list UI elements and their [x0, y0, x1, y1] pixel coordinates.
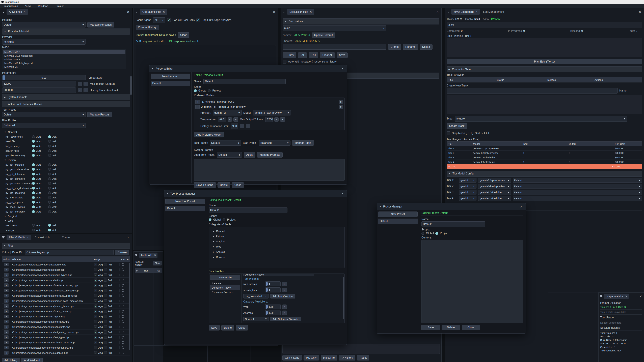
- auto-option[interactable]: Auto: [32, 145, 48, 147]
- discussions-section-header[interactable]: ▼ Discussions: [283, 18, 440, 24]
- dock-icon[interactable]: [135, 11, 138, 13]
- panel-close-icon[interactable]: ✕: [127, 236, 130, 239]
- new-tool-preset-button[interactable]: New Tool Preset: [165, 199, 205, 204]
- auto-option[interactable]: Auto: [32, 210, 48, 213]
- delete-tool-preset-button[interactable]: Delete: [221, 325, 234, 331]
- decrement-button[interactable]: -: [240, 124, 244, 128]
- tool-preset-titlebar[interactable]: ▼ Tool Preset Manager ✕: [164, 190, 347, 197]
- scope-project-radio[interactable]: [208, 89, 211, 92]
- agg-checkbox[interactable]: ✓: [94, 325, 97, 328]
- remove-weight-button[interactable]: x: [282, 288, 287, 292]
- panel-close-icon[interactable]: ✕: [436, 10, 440, 14]
- auto-option[interactable]: Auto: [32, 187, 48, 190]
- panel-close-icon[interactable]: ✕: [639, 10, 642, 14]
- weight-slider[interactable]: 4: [265, 287, 280, 293]
- close-icon[interactable]: ✕: [341, 67, 345, 70]
- full-checkbox[interactable]: [104, 320, 107, 323]
- close-icon[interactable]: ✕: [520, 205, 524, 209]
- ask-option[interactable]: Ask: [48, 140, 64, 143]
- radio-selected[interactable]: [48, 224, 51, 227]
- ask-option[interactable]: Ask: [48, 191, 64, 194]
- full-checkbox[interactable]: [104, 294, 107, 297]
- tab-discussion-hub[interactable]: Discussion Hub ✕: [287, 9, 314, 14]
- auto-option[interactable]: Auto: [32, 177, 48, 180]
- save-tool-preset-button[interactable]: Save: [209, 325, 220, 331]
- pe-tool-preset-dropdown[interactable]: Default▼: [210, 140, 241, 146]
- close-icon[interactable]: ✕: [154, 254, 156, 257]
- increment-button[interactable]: +: [234, 117, 238, 122]
- bias-profile-item[interactable]: Execution-Focused: [210, 290, 240, 294]
- scope-global-radio[interactable]: [422, 232, 424, 235]
- auto-option[interactable]: Auto: [32, 173, 48, 175]
- tab-comms-history[interactable]: Comms History: [136, 25, 159, 30]
- radio-selected[interactable]: [32, 168, 35, 171]
- radio-unselected[interactable]: [48, 191, 51, 194]
- tool-group-header[interactable]: ▼Surgical: [2, 214, 130, 218]
- entry-button[interactable]: + Entry: [283, 52, 296, 58]
- auto-option[interactable]: Auto: [32, 196, 48, 199]
- remove-file-button[interactable]: x: [4, 346, 8, 350]
- update-commit-button[interactable]: Update Commit: [312, 32, 335, 38]
- close-icon[interactable]: ✕: [163, 10, 165, 13]
- tier-bias-dropdown[interactable]: Default▼: [513, 190, 642, 195]
- remove-weight-button[interactable]: x: [282, 282, 287, 286]
- model-list-item[interactable]: MiniMax-M2.5: [3, 50, 126, 54]
- scope-project-radio[interactable]: [435, 232, 438, 235]
- create-track-button[interactable]: Create Track: [446, 123, 467, 129]
- ask-option[interactable]: Ask: [48, 163, 64, 166]
- epic-planning-input[interactable]: [446, 38, 642, 57]
- max-tokens-input[interactable]: 32000: [2, 81, 76, 86]
- radio-selected[interactable]: [32, 149, 35, 152]
- profile-name-input[interactable]: Discovery-Heavy: [243, 274, 314, 276]
- tier-bias-dropdown[interactable]: Default▼: [513, 178, 642, 183]
- full-checkbox[interactable]: [104, 263, 107, 266]
- agg-checkbox[interactable]: ✓: [94, 289, 97, 292]
- list-item[interactable]: Default: [378, 219, 418, 224]
- radio-selected[interactable]: [32, 173, 35, 175]
- ask-option[interactable]: Ask: [48, 224, 64, 227]
- temperature-slider[interactable]: 0.00: [2, 75, 86, 80]
- menu-item[interactable]: Project: [56, 4, 64, 7]
- dock-icon[interactable]: [2, 236, 5, 239]
- full-checkbox[interactable]: [104, 351, 107, 354]
- decrement-button[interactable]: -: [78, 82, 82, 86]
- close-icon[interactable]: ✕: [27, 236, 29, 239]
- tier-model-config-header[interactable]: ▼ Tier Model Config: [446, 171, 642, 177]
- apply-button[interactable]: Apply: [244, 152, 256, 158]
- track-description-input[interactable]: [446, 95, 642, 114]
- model-list-item[interactable]: MiniMax-M2.1: [3, 57, 126, 61]
- category-override-dropdown[interactable]: General▼: [243, 317, 268, 321]
- preset-manager-titlebar[interactable]: ▼ Preset Manager ✕: [377, 203, 526, 210]
- decrement-button[interactable]: -: [228, 117, 232, 122]
- increment-button[interactable]: +: [84, 88, 88, 92]
- radio-selected[interactable]: [32, 163, 35, 166]
- menu-item[interactable]: View: [25, 4, 31, 7]
- remove-file-button[interactable]: x: [4, 263, 8, 266]
- remove-file-button[interactable]: x: [4, 325, 8, 329]
- radio-selected[interactable]: [32, 205, 35, 208]
- agg-checkbox[interactable]: ✓: [94, 320, 97, 323]
- new-persona-button[interactable]: New Persona: [150, 73, 190, 79]
- weight-slider[interactable]: 4: [265, 281, 280, 286]
- scope-global-radio[interactable]: [194, 89, 197, 92]
- decrement-button[interactable]: -: [274, 117, 278, 122]
- tab-files-media[interactable]: Files & Media ✕: [6, 235, 31, 240]
- remove-file-button[interactable]: x: [4, 320, 8, 324]
- history-limit-input[interactable]: 900000: [2, 87, 76, 93]
- model-list-item[interactable]: MiniMax-M2: [3, 65, 126, 68]
- load-preset-dropdown[interactable]: Default▼: [217, 152, 242, 158]
- full-checkbox[interactable]: [104, 315, 107, 318]
- scope-global-radio[interactable]: [209, 218, 212, 221]
- auto-option[interactable]: Auto: [32, 205, 48, 208]
- category-item[interactable]: ▶General: [211, 228, 342, 234]
- agg-checkbox[interactable]: ✓: [94, 299, 97, 302]
- close-dialog-button[interactable]: Close: [232, 182, 244, 188]
- full-checkbox[interactable]: [104, 310, 107, 313]
- panel-close-icon[interactable]: ✕: [640, 295, 643, 298]
- close-icon[interactable]: ✕: [625, 295, 628, 298]
- tab-operations-hub[interactable]: Operations Hub ✕: [140, 9, 167, 14]
- remove-file-button[interactable]: x: [4, 268, 8, 272]
- panel-close-icon[interactable]: ✕: [127, 10, 130, 14]
- radio-unselected[interactable]: [32, 224, 35, 227]
- agg-checkbox[interactable]: ✓: [94, 268, 97, 271]
